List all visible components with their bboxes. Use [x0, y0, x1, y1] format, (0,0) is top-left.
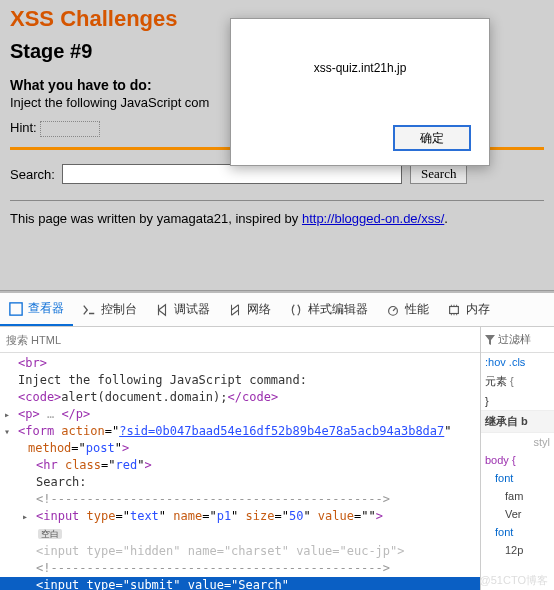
hov-cls-toggle[interactable]: :hov .cls	[481, 353, 554, 371]
selected-dom-node[interactable]: <input type="submit" value="Search"	[0, 577, 480, 590]
devtools-panel: 查看器 控制台 调试器 网络 样式编辑器 性能 内存 ＋ ◐ 过滤样 :hov …	[0, 291, 554, 590]
devtools-tabs: 查看器 控制台 调试器 网络 样式编辑器 性能 内存	[0, 293, 554, 327]
alert-dialog: xss-quiz.int21h.jp 确定	[230, 18, 490, 166]
hint-label: Hint:	[10, 120, 37, 135]
css-val-12: 12p	[481, 541, 554, 559]
memory-icon	[447, 303, 461, 317]
expand-arrow-icon[interactable]: ▸	[4, 406, 10, 423]
tab-performance[interactable]: 性能	[377, 293, 438, 326]
tab-style-editor[interactable]: 样式编辑器	[280, 293, 377, 326]
tab-network[interactable]: 网络	[219, 293, 280, 326]
body-rule[interactable]: body {	[481, 451, 554, 469]
filter-styles-label: 过滤样	[498, 332, 531, 347]
alert-message: xss-quiz.int21h.jp	[231, 19, 489, 75]
svg-rect-0	[10, 302, 22, 314]
hint-box	[40, 121, 100, 137]
html-search-input[interactable]	[0, 332, 506, 348]
collapse-arrow-icon[interactable]: ▾	[4, 423, 10, 440]
inspector-icon	[9, 302, 23, 316]
css-prop-font2[interactable]: font	[481, 523, 554, 541]
footer-link[interactable]: http://blogged-on.de/xss/	[302, 211, 444, 226]
style-source[interactable]: styl	[481, 433, 554, 451]
css-val-ver: Ver	[481, 505, 554, 523]
search-label: Search:	[10, 166, 55, 181]
debugger-icon	[155, 303, 169, 317]
inherited-from: 继承自 b	[481, 410, 554, 433]
funnel-icon	[485, 335, 495, 345]
tab-inspector[interactable]: 查看器	[0, 293, 73, 326]
network-icon	[228, 303, 242, 317]
css-prop-font[interactable]: font	[481, 469, 554, 487]
tab-console[interactable]: 控制台	[73, 293, 146, 326]
tab-memory[interactable]: 内存	[438, 293, 499, 326]
divider-gray	[10, 200, 544, 201]
whitespace-badge: 空白	[38, 529, 62, 539]
tab-debugger[interactable]: 调试器	[146, 293, 219, 326]
element-rule[interactable]: 元素 {	[481, 371, 554, 392]
element-rule-end: }	[481, 392, 554, 410]
svg-rect-2	[450, 306, 459, 313]
css-val-fam: fam	[481, 487, 554, 505]
performance-icon	[386, 303, 400, 317]
alert-ok-button[interactable]: 确定	[393, 125, 471, 151]
search-button[interactable]: Search	[410, 164, 467, 184]
dom-tree[interactable]: <br> Inject the following JavaScript com…	[0, 353, 480, 590]
search-input[interactable]	[62, 164, 402, 184]
expand-arrow-icon[interactable]: ▸	[22, 508, 28, 525]
styles-sidebar: 过滤样 :hov .cls 元素 { } 继承自 b styl body { f…	[480, 327, 554, 590]
console-icon	[82, 303, 96, 317]
style-icon	[289, 303, 303, 317]
footer-text: This page was written by yamagata21, ins…	[10, 211, 544, 226]
